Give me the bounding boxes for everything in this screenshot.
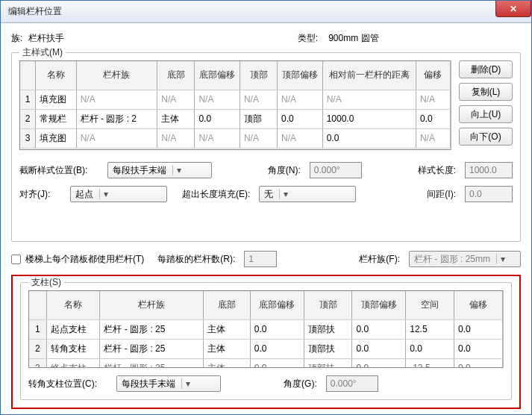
baluster-family-value: 栏杆 - 圆形 : 25mm	[414, 253, 490, 266]
table-cell[interactable]: 3	[20, 128, 36, 148]
table-row[interactable]: 1填充图N/AN/AN/AN/AN/AN/AN/A	[20, 90, 450, 109]
table-cell[interactable]: N/A	[76, 128, 157, 148]
table-cell[interactable]: 栏杆 - 圆形 : 2	[76, 109, 157, 128]
table-cell[interactable]: 栏杆 - 圆形 : 25	[100, 339, 204, 358]
copy-button[interactable]: 复制(L)	[459, 83, 513, 101]
justify-select[interactable]: 起点 ▾	[70, 186, 167, 202]
table-cell[interactable]: 0.0	[406, 339, 454, 358]
corner-label: 转角支柱位置(C):	[28, 378, 110, 390]
family-label: 族:	[11, 32, 22, 45]
table-cell[interactable]: 主体	[204, 358, 251, 368]
baluster-family-label: 栏杆族(F):	[359, 253, 400, 266]
baluster-family-select[interactable]: 栏杆 - 圆形 : 25mm ▾	[409, 251, 521, 267]
table-cell[interactable]: 转角支柱	[46, 339, 100, 358]
table-cell[interactable]: 2	[20, 109, 36, 128]
type-value: 900mm 圆管	[328, 32, 378, 45]
close-button[interactable]: ✕	[495, 1, 531, 17]
table-cell[interactable]: 常规栏	[36, 109, 76, 128]
spacing-input[interactable]: 0.0	[465, 186, 513, 202]
table-cell[interactable]: 主体	[204, 339, 251, 358]
table-cell[interactable]: 2	[29, 339, 46, 358]
justify-row: 对齐(J): 起点 ▾ 超出长度填充(E): 无 ▾ 间距(I): 0.0	[19, 186, 513, 202]
posts-group-highlight: 支柱(S) 名称 栏杆族	[11, 275, 521, 409]
table-row[interactable]: 3填充图N/AN/AN/AN/AN/A0.0N/A	[20, 128, 450, 148]
main-table[interactable]: 名称 栏杆族 底部 底部偏移 顶部 顶部偏移 相对前一栏杆的距离 偏移	[19, 60, 451, 150]
table-cell[interactable]: 1	[29, 319, 46, 339]
table-cell[interactable]: 0.0	[322, 128, 416, 148]
table-cell[interactable]: N/A	[240, 90, 277, 109]
table-cell[interactable]: 0.0	[416, 109, 450, 128]
table-cell[interactable]: N/A	[157, 90, 195, 109]
per-tread-input[interactable]: 1	[244, 251, 277, 267]
table-cell[interactable]: 终点支柱	[46, 358, 100, 368]
chevron-down-icon: ▾	[181, 378, 193, 389]
table-cell[interactable]: 0.0	[195, 109, 240, 128]
col-rowidx	[20, 61, 36, 90]
table-cell[interactable]: 起点支柱	[46, 319, 100, 339]
posts-table-scrollbar[interactable]	[503, 290, 504, 368]
table-cell[interactable]: 0.0	[352, 319, 406, 339]
angle-n-value: 0.000°	[314, 165, 340, 175]
move-down-button[interactable]: 向下(O)	[459, 128, 513, 146]
table-cell[interactable]: N/A	[195, 90, 240, 109]
table-cell[interactable]: 12.5	[406, 319, 454, 339]
overflow-select[interactable]: 无 ▾	[259, 186, 356, 202]
angle-n-label: 角度(N):	[268, 164, 301, 177]
angle-g-input[interactable]: 0.000°	[326, 375, 378, 392]
main-table-scrollbar[interactable]	[451, 60, 451, 150]
table-cell[interactable]: 3	[29, 358, 46, 368]
table-cell[interactable]: 主体	[204, 319, 251, 339]
table-cell[interactable]: N/A	[76, 90, 157, 109]
table-cell[interactable]: -12.5	[406, 358, 454, 368]
table-cell[interactable]: N/A	[278, 90, 323, 109]
col-bottom: 底部	[157, 61, 195, 90]
table-cell[interactable]: 0.0	[352, 358, 406, 368]
table-cell[interactable]: N/A	[322, 90, 416, 109]
table-cell[interactable]: 顶部	[240, 109, 277, 128]
col-name: 名称	[36, 61, 76, 90]
table-cell[interactable]: N/A	[416, 90, 450, 109]
table-cell[interactable]: 主体	[157, 109, 195, 128]
table-cell[interactable]: N/A	[278, 128, 323, 148]
main-table-header-row: 名称 栏杆族 底部 底部偏移 顶部 顶部偏移 相对前一栏杆的距离 偏移	[20, 61, 450, 90]
posts-table[interactable]: 名称 栏杆族 底部 底部偏移 顶部 顶部偏移 空间 偏移	[28, 290, 503, 368]
stair-checkbox[interactable]	[11, 255, 21, 264]
table-row[interactable]: 3终点支柱栏杆 - 圆形 : 25主体0.0顶部扶0.0-12.50.0	[29, 358, 502, 368]
table-cell[interactable]: 顶部扶	[304, 339, 352, 358]
table-cell[interactable]: 0.0	[250, 319, 304, 339]
delete-button[interactable]: 删除(D)	[459, 60, 513, 78]
table-row[interactable]: 1起点支柱栏杆 - 圆形 : 25主体0.0顶部扶0.012.50.0	[29, 319, 502, 339]
table-cell[interactable]: 0.0	[352, 339, 406, 358]
table-cell[interactable]: 0.0	[278, 109, 323, 128]
table-cell[interactable]: 0.0	[250, 358, 304, 368]
table-cell[interactable]: 顶部扶	[304, 319, 352, 339]
table-cell[interactable]: 0.0	[250, 339, 304, 358]
table-cell[interactable]: 顶部扶	[304, 358, 352, 368]
corner-select[interactable]: 每段扶手末端 ▾	[116, 375, 221, 392]
table-cell[interactable]: 1	[20, 90, 36, 109]
table-cell[interactable]: N/A	[416, 128, 450, 148]
table-cell[interactable]: N/A	[195, 128, 240, 148]
table-row[interactable]: 2常规栏栏杆 - 圆形 : 2主体0.0顶部0.01000.00.0	[20, 109, 450, 128]
table-cell[interactable]: N/A	[157, 128, 195, 148]
move-up-button[interactable]: 向上(U)	[459, 105, 513, 123]
angle-n-input[interactable]: 0.000°	[310, 162, 362, 178]
col-boff: 底部偏移	[195, 61, 240, 90]
table-cell[interactable]: 填充图	[36, 128, 76, 148]
table-cell[interactable]: 0.0	[454, 358, 503, 368]
pcol-boff: 底部偏移	[250, 291, 304, 319]
pcol-name: 名称	[46, 291, 100, 319]
table-row[interactable]: 2转角支柱栏杆 - 圆形 : 25主体0.0顶部扶0.00.00.0	[29, 339, 502, 358]
table-cell[interactable]: 1000.0	[322, 109, 416, 128]
break-select[interactable]: 每段扶手末端 ▾	[107, 162, 212, 178]
table-cell[interactable]: 栏杆 - 圆形 : 25	[100, 358, 204, 368]
table-cell[interactable]: 填充图	[36, 90, 76, 109]
table-cell[interactable]: 栏杆 - 圆形 : 25	[100, 319, 204, 339]
header-row: 族: 栏杆扶手 类型: 900mm 圆管	[11, 32, 521, 45]
close-icon: ✕	[510, 4, 517, 14]
table-cell[interactable]: N/A	[240, 128, 277, 148]
col-top: 顶部	[240, 61, 277, 90]
table-cell[interactable]: 0.0	[454, 319, 503, 339]
table-cell[interactable]: 0.0	[454, 339, 503, 358]
side-buttons: 删除(D) 复制(L) 向上(U) 向下(O)	[459, 60, 513, 150]
